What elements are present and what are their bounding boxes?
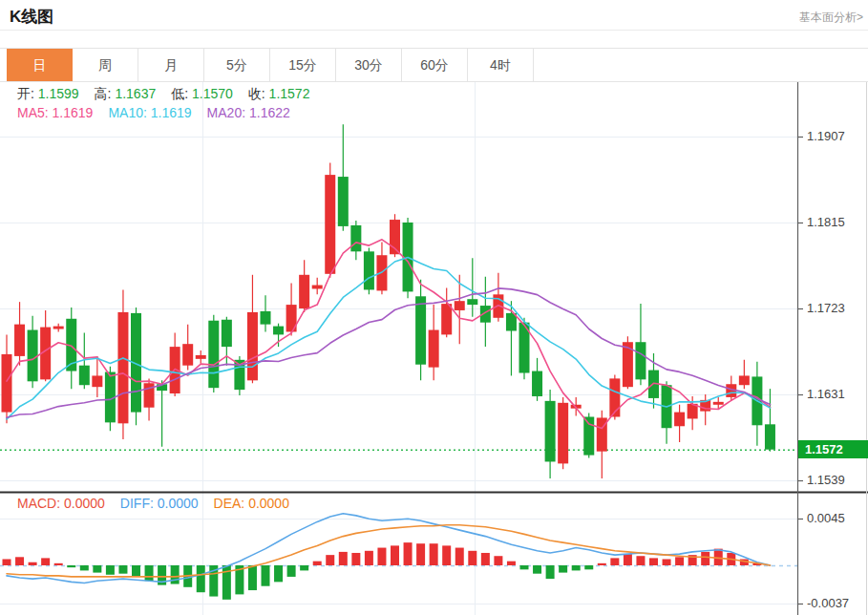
macd-axis-label: -0.0037 — [807, 596, 866, 610]
readout-item: MA20: 1.1622 — [207, 105, 290, 120]
readout-item: DEA: 0.0000 — [214, 496, 289, 511]
macd-histogram-layer — [3, 542, 762, 600]
macd-readout: MACD: 0.0000DIFF: 0.0000DEA: 0.0000 — [17, 496, 305, 511]
ohlc-readout: 开: 1.1599高: 1.1637低: 1.1570收: 1.1572 — [17, 86, 325, 103]
readout-item: 开: 1.1599 — [17, 86, 79, 101]
readout-item: MA5: 1.1619 — [17, 105, 93, 120]
price-axis-label: 1.1539 — [807, 473, 866, 487]
readout-item: MA10: 1.1619 — [108, 105, 191, 120]
ma-readout: MA5: 1.1619MA10: 1.1619MA20: 1.1622 — [17, 105, 306, 120]
current-price-badge: 1.1572 — [798, 440, 868, 458]
readout-item: 高: 1.1637 — [95, 86, 157, 101]
readout-item: DIFF: 0.0000 — [120, 496, 199, 511]
kline-page: K线图 基本面分析> 日周月5分15分30分60分4时 开: 1.1599高: … — [0, 0, 868, 615]
readout-item: 低: 1.1570 — [171, 86, 233, 101]
price-axis-label: 1.1631 — [807, 387, 866, 401]
readout-item: MACD: 0.0000 — [17, 496, 105, 511]
macd-axis-label: 0.0045 — [807, 511, 866, 525]
price-axis-label: 1.1815 — [807, 215, 866, 229]
price-axis-label: 1.1723 — [807, 301, 866, 315]
price-axis-label: 1.1907 — [807, 129, 866, 143]
readout-item: 收: 1.1572 — [248, 86, 310, 101]
candlestick-layer — [2, 124, 775, 478]
